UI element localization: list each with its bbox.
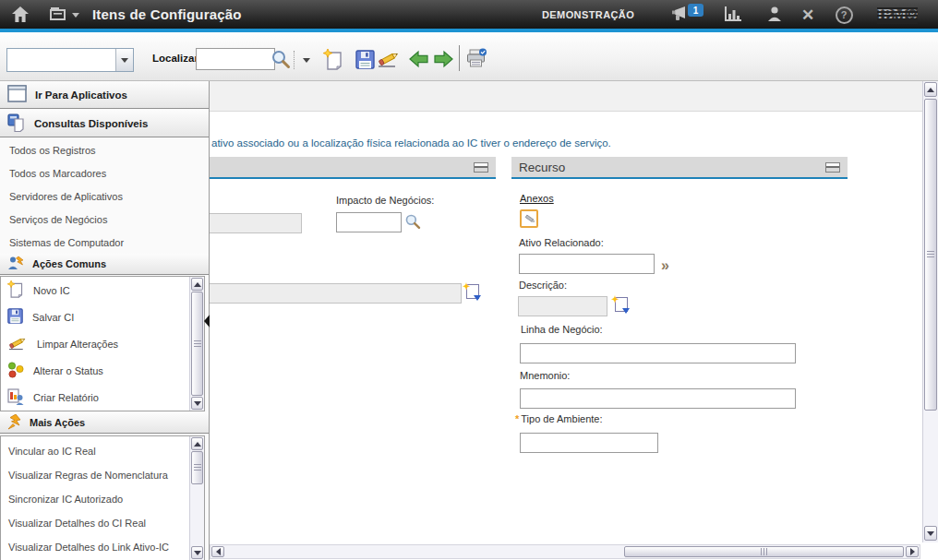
divider bbox=[294, 51, 295, 69]
attachments-button[interactable] bbox=[520, 209, 538, 228]
sidebar-header-common-actions: Ações Comuns bbox=[0, 254, 209, 275]
goto-menu-button[interactable] bbox=[48, 5, 79, 25]
action-item[interactable]: Sincronizar IC Autorizado bbox=[1, 487, 204, 511]
saved-query-dropdown-button[interactable] bbox=[115, 49, 133, 71]
save-button[interactable] bbox=[354, 49, 376, 71]
signout-button[interactable]: ✕ bbox=[798, 5, 818, 25]
search-icon bbox=[404, 220, 421, 232]
detail-menu-button[interactable]: » bbox=[661, 258, 669, 273]
tipo-ambiente-input[interactable] bbox=[520, 433, 658, 453]
reports-button[interactable] bbox=[723, 5, 743, 25]
grip-icon bbox=[194, 464, 201, 471]
saved-query-input[interactable] bbox=[7, 49, 115, 71]
query-item[interactable]: Todos os Marcadores bbox=[0, 161, 209, 185]
localizar-label: Localizar: bbox=[152, 53, 202, 64]
sidebar: Ir Para Aplicativos Consultas Disponívei… bbox=[0, 81, 210, 560]
action-item[interactable]: Novo IC bbox=[1, 277, 204, 304]
scroll-left-button[interactable] bbox=[211, 546, 224, 557]
scroll-up-button[interactable] bbox=[191, 437, 203, 450]
scroll-down-button[interactable] bbox=[191, 397, 203, 410]
impacto-input[interactable] bbox=[336, 212, 402, 232]
query-item[interactable]: Servidores de Aplicativos bbox=[0, 185, 209, 208]
saved-query-select[interactable] bbox=[6, 48, 134, 72]
notification-badge[interactable]: 1 bbox=[688, 4, 704, 17]
home-button[interactable] bbox=[10, 5, 30, 25]
action-item-label: Criar Relatório bbox=[33, 392, 99, 403]
common-actions-scrollbar[interactable] bbox=[189, 277, 204, 411]
environment-label: DEMONSTRAÇÃO bbox=[542, 9, 634, 20]
toolbar: Localizar: bbox=[0, 32, 938, 81]
grip-icon bbox=[761, 548, 768, 555]
clear-changes-button[interactable] bbox=[378, 49, 400, 71]
create-report-icon bbox=[7, 388, 24, 407]
scroll-down-button[interactable] bbox=[924, 526, 937, 541]
save-icon bbox=[355, 50, 375, 71]
query-item[interactable]: Todos os Registros bbox=[0, 138, 209, 161]
next-record-button[interactable] bbox=[432, 49, 454, 71]
action-item[interactable]: Alterar o Status bbox=[1, 357, 204, 384]
scroll-down-button[interactable] bbox=[191, 546, 203, 559]
minimize-icon[interactable] bbox=[474, 162, 488, 173]
scroll-thumb[interactable] bbox=[191, 292, 203, 396]
scroll-up-button[interactable] bbox=[924, 82, 937, 97]
anexos-link[interactable]: Anexos bbox=[520, 193, 554, 204]
action-item[interactable]: Visualizar Detalhes do Link Ativo-IC bbox=[1, 535, 204, 559]
help-icon: ? bbox=[836, 6, 853, 24]
app-window: Itens de Configuração DEMONSTRAÇÃO 1 bbox=[0, 0, 938, 560]
linha-negocio-input[interactable] bbox=[520, 343, 796, 363]
sidebar-header-label: Consultas Disponíveis bbox=[34, 118, 148, 129]
action-item-label: Novo IC bbox=[33, 285, 70, 296]
vertical-scrollbar[interactable] bbox=[922, 81, 938, 542]
search-options-button[interactable] bbox=[300, 49, 313, 71]
arrow-down-icon bbox=[194, 401, 201, 406]
arrow-left-icon bbox=[409, 50, 428, 70]
query-item[interactable]: Serviços de Negócios bbox=[0, 208, 209, 231]
find-input[interactable] bbox=[196, 48, 275, 70]
star-icon: ✦ bbox=[611, 294, 619, 304]
impacto-search-button[interactable] bbox=[404, 213, 421, 232]
new-record-button[interactable] bbox=[322, 49, 344, 71]
help-button[interactable]: ? bbox=[834, 5, 854, 25]
scroll-thumb[interactable] bbox=[191, 451, 203, 484]
ibm-logo: IBM® bbox=[877, 6, 918, 23]
action-item[interactable]: Criar Relatório bbox=[1, 384, 204, 411]
more-actions-icon bbox=[7, 414, 21, 432]
more-actions-scrollbar[interactable] bbox=[189, 436, 204, 560]
scroll-up-button[interactable] bbox=[191, 278, 203, 291]
long-description-button[interactable]: ✦ bbox=[464, 284, 479, 300]
previous-record-button[interactable] bbox=[407, 49, 429, 71]
queries-icon bbox=[7, 113, 26, 134]
change-status-icon bbox=[7, 362, 24, 380]
sidebar-item-go-apps[interactable]: Ir Para Aplicativos bbox=[0, 81, 209, 109]
announcements-button[interactable] bbox=[669, 5, 690, 25]
scroll-right-button[interactable] bbox=[906, 546, 919, 557]
action-item[interactable]: Salvar CI bbox=[1, 304, 204, 330]
action-item[interactable]: Vincular ao IC Real bbox=[1, 439, 204, 463]
action-item[interactable]: Limpar Alterações bbox=[1, 330, 204, 357]
horizontal-scrollbar[interactable] bbox=[210, 544, 920, 559]
scroll-thumb[interactable] bbox=[924, 99, 937, 411]
scroll-thumb[interactable] bbox=[624, 546, 904, 557]
bar-chart-icon bbox=[724, 6, 742, 24]
minimize-icon[interactable] bbox=[825, 162, 840, 173]
ativo-relacionado-label: Ativo Relacionado: bbox=[519, 237, 604, 248]
long-description-button[interactable]: ✦ bbox=[613, 297, 628, 313]
print-button[interactable] bbox=[465, 49, 487, 71]
sidebar-header-queries[interactable]: Consultas Disponíveis bbox=[0, 110, 209, 137]
arrow-right-icon bbox=[434, 50, 453, 70]
query-item[interactable]: Sistemas de Computador bbox=[0, 231, 209, 254]
attachment-pencil-icon bbox=[523, 212, 535, 226]
left-section-header bbox=[210, 157, 496, 179]
topbar: Itens de Configuração DEMONSTRAÇÃO 1 bbox=[0, 0, 938, 29]
profile-button[interactable] bbox=[764, 5, 785, 25]
action-item[interactable]: Visualizar Regras de Nomenclatura bbox=[1, 463, 204, 487]
tipo-ambiente-label-text: Tipo de Ambiente: bbox=[521, 413, 602, 424]
descricao-label: Descrição: bbox=[519, 280, 567, 291]
goto-apps-icon bbox=[49, 6, 67, 24]
search-button[interactable] bbox=[270, 49, 292, 71]
linha-negocio-label: Linha de Negócio: bbox=[521, 324, 603, 335]
arrow-down-icon bbox=[927, 531, 934, 536]
ativo-relacionado-input[interactable] bbox=[519, 254, 655, 274]
mnemonio-input[interactable] bbox=[520, 388, 796, 409]
action-item[interactable]: Visualizar Detalhes do CI Real bbox=[1, 511, 204, 535]
